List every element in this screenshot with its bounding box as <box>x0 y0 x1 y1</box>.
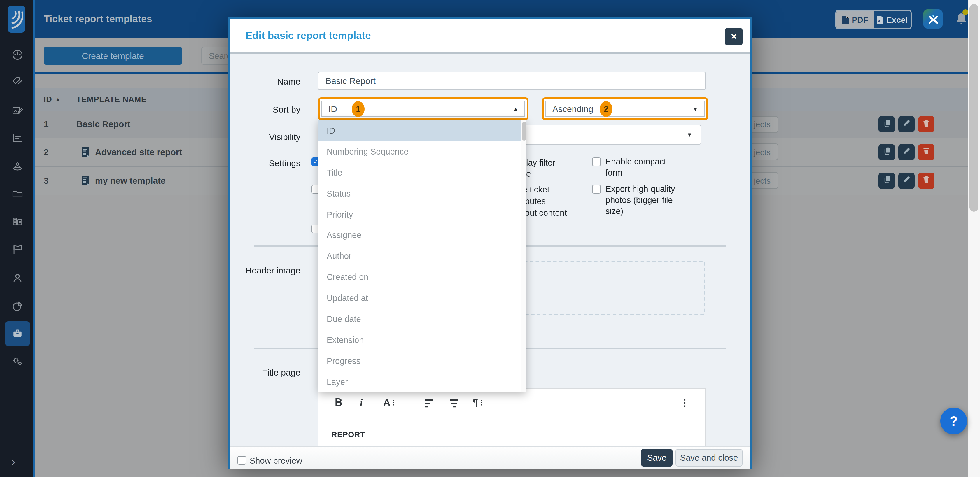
modal-title: Edit basic report template <box>246 30 371 42</box>
template-name[interactable]: Advanced site report <box>95 147 182 157</box>
trash-icon <box>922 175 931 186</box>
create-template-button[interactable]: Create template <box>44 47 182 65</box>
sidebar-item-tags[interactable] <box>5 69 30 94</box>
save-and-close-button[interactable]: Save and close <box>676 449 743 466</box>
dropdown-option-title[interactable]: Title <box>318 162 526 183</box>
sidebar-item-briefcase[interactable] <box>5 321 30 346</box>
page-title: Ticket report templates <box>44 13 152 24</box>
sidebar-item-site-plan[interactable] <box>5 99 30 123</box>
sidebar-item-company[interactable] <box>5 209 30 234</box>
sort-field-select[interactable]: ID 1 ▲ <box>318 97 528 120</box>
delete-button[interactable] <box>918 144 934 160</box>
export-high-quality-checkbox[interactable] <box>592 185 601 194</box>
help-button[interactable]: ? <box>940 408 967 434</box>
template-name[interactable]: Basic Report <box>76 119 130 129</box>
clipped-setting-label: e <box>526 169 531 178</box>
name-column-header[interactable]: TEMPLATE NAME <box>76 95 147 104</box>
dropdown-option-created-on[interactable]: Created on <box>318 267 526 288</box>
dropdown-option-progress[interactable]: Progress <box>318 350 526 372</box>
duplicate-button[interactable] <box>878 116 895 132</box>
edit-button[interactable] <box>898 144 915 160</box>
paragraph-icon[interactable]: ¶⋮ <box>473 397 484 409</box>
sort-ascending-caret-icon[interactable]: ▲ <box>56 96 60 102</box>
editor-content[interactable]: REPORT <box>331 430 365 439</box>
excel-toggle-button[interactable]: x Excel <box>873 11 911 28</box>
dropdown-option-extension[interactable]: Extension <box>318 329 526 350</box>
row-id: 2 <box>44 147 49 157</box>
tutorial-badge-1: 1 <box>352 101 364 117</box>
edit-button[interactable] <box>898 116 915 132</box>
location-person-icon <box>11 160 24 173</box>
company-logo[interactable] <box>8 6 25 33</box>
pdf-file-icon <box>842 15 850 24</box>
report-template-icon <box>81 146 91 160</box>
dropdown-option-priority[interactable]: Priority <box>318 204 526 225</box>
trash-icon <box>922 119 931 130</box>
sidebar-item-folder[interactable] <box>5 182 30 207</box>
sidebar-item-flag[interactable] <box>5 237 30 262</box>
dashboard-gauge-icon <box>11 48 24 61</box>
show-preview-checkbox[interactable] <box>237 456 246 465</box>
template-name[interactable]: my new template <box>95 175 165 185</box>
company-icon <box>11 215 24 228</box>
pencil-icon <box>902 175 911 186</box>
briefcase-icon <box>11 327 24 340</box>
template-name-input[interactable]: Basic Report <box>318 72 706 90</box>
sidebar-item-settings-gears[interactable] <box>5 349 30 374</box>
title-page-editor[interactable] <box>318 388 706 446</box>
kebab-menu-icon[interactable]: ⋮ <box>680 397 689 408</box>
delete-button[interactable] <box>918 172 934 189</box>
tags-icon <box>11 75 24 88</box>
excel-file-icon: x <box>877 15 884 24</box>
dropdown-option-due-date[interactable]: Due date <box>318 308 526 329</box>
sidebar-item-pie-chart[interactable] <box>5 294 30 318</box>
settings-label: Settings <box>230 158 301 168</box>
dropdown-option-id[interactable]: ID <box>318 120 526 141</box>
pie-chart-icon <box>11 300 24 313</box>
sidebar-item-location-person[interactable] <box>5 154 30 178</box>
view-toggle: PDF x Excel <box>835 10 912 29</box>
id-column-header[interactable]: ID <box>44 95 52 104</box>
excel-label: Excel <box>886 15 908 24</box>
align-center-icon[interactable] <box>449 399 460 410</box>
duplicate-button[interactable] <box>878 172 895 189</box>
sort-by-label: Sort by <box>230 104 301 114</box>
app-stage: Ticket report templates View PDF x Excel… <box>0 0 980 477</box>
page-scrollbar-thumb[interactable] <box>969 4 978 211</box>
sidebar-item-user[interactable] <box>5 266 30 290</box>
bold-icon[interactable]: B <box>335 396 342 409</box>
folder-icon <box>11 188 24 200</box>
dropdown-option-assignee[interactable]: Assignee <box>318 225 526 246</box>
user-icon <box>11 272 24 285</box>
caret-down-icon: ▼ <box>692 105 698 112</box>
sidebar-expand-chevron-icon[interactable]: › <box>11 454 16 469</box>
pdf-toggle-button[interactable]: PDF <box>837 11 873 28</box>
app-logo-button[interactable]: x <box>923 10 943 29</box>
dropdown-option-layer[interactable]: Layer <box>318 372 526 393</box>
dropdown-scrollbar-track[interactable] <box>522 120 526 393</box>
font-size-icon[interactable]: A⋮ <box>383 397 397 409</box>
copy-icon <box>882 175 891 186</box>
title-page-label: Title page <box>230 367 301 377</box>
dropdown-scrollbar-thumb[interactable] <box>522 122 526 140</box>
row-id: 3 <box>44 175 49 185</box>
delete-button[interactable] <box>918 116 934 132</box>
dropdown-option-author[interactable]: Author <box>318 246 526 267</box>
dropdown-option-numbering-sequence[interactable]: Numbering Sequence <box>318 141 526 162</box>
sidebar-item-dashboard-gauge[interactable] <box>5 43 30 67</box>
edit-button[interactable] <box>898 172 915 189</box>
sort-direction-value: Ascending <box>552 104 593 114</box>
align-left-icon[interactable] <box>424 399 434 410</box>
enable-compact-form-checkbox[interactable] <box>592 157 601 166</box>
save-button[interactable]: Save <box>641 449 673 466</box>
copy-icon <box>882 146 891 157</box>
duplicate-button[interactable] <box>878 144 895 160</box>
pencil-icon <box>902 119 911 129</box>
italic-icon[interactable]: i <box>360 397 363 409</box>
dropdown-option-status[interactable]: Status <box>318 183 526 204</box>
sidebar-item-chart[interactable] <box>5 126 30 151</box>
close-icon[interactable]: × <box>725 28 743 46</box>
export-high-quality-label: Export high quality photos (bigger file … <box>606 184 680 217</box>
sort-direction-select[interactable]: Ascending 2 ▼ <box>542 97 708 120</box>
dropdown-option-updated-at[interactable]: Updated at <box>318 288 526 309</box>
